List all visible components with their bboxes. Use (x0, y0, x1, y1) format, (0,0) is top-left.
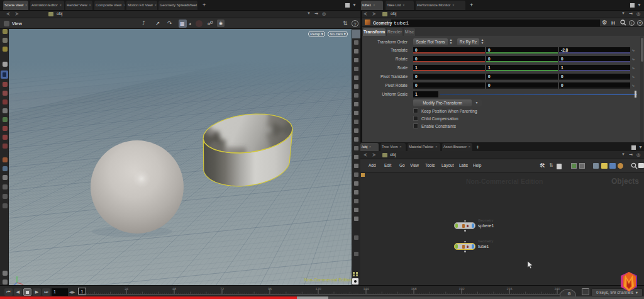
svg-text:96: 96 (268, 287, 272, 291)
svg-text:168: 168 (411, 287, 416, 291)
svg-text:240: 240 (554, 287, 560, 291)
svg-text:24: 24 (125, 287, 128, 291)
svg-text:48: 48 (172, 287, 176, 291)
svg-text:144: 144 (363, 287, 369, 291)
svg-text:72: 72 (220, 287, 224, 291)
svg-text:192: 192 (458, 287, 464, 291)
svg-text:120: 120 (315, 287, 321, 291)
svg-text:216: 216 (506, 287, 512, 291)
